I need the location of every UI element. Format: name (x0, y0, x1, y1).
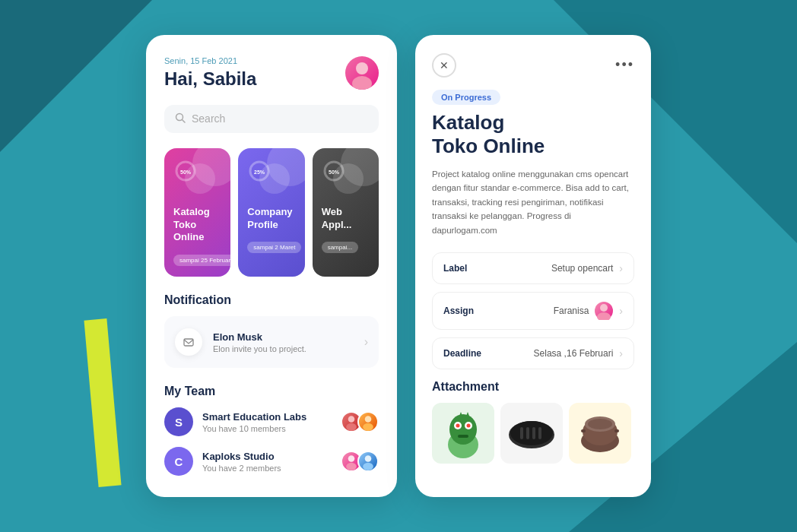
card-2-badge: sampai 2 Maret (247, 242, 301, 253)
team-2-name: Kaploks Studio (202, 451, 332, 462)
project-cards: 50% KatalogToko Online sampai 25 Februar… (164, 148, 379, 277)
svg-rect-31 (458, 435, 468, 438)
svg-point-29 (456, 423, 460, 427)
card-1-title: KatalogToko Online (173, 206, 221, 245)
deadline-row-value: Selasa ,16 Februari › (534, 347, 623, 359)
attachment-img-2[interactable] (500, 403, 563, 464)
svg-point-17 (365, 416, 372, 423)
svg-point-26 (449, 414, 477, 445)
search-icon (175, 112, 186, 125)
svg-rect-14 (184, 339, 193, 346)
project-card-1[interactable]: 50% KatalogToko Online sampai 25 Februar… (164, 148, 230, 277)
label-row[interactable]: Label Setup opencart › (432, 252, 634, 284)
more-options-button[interactable]: ••• (615, 57, 634, 73)
notification-card[interactable]: Elon Musk Elon invite you to project. › (164, 316, 379, 368)
svg-rect-39 (538, 427, 541, 439)
project-card-2[interactable]: 25% CompanyProfile sampai 2 Maret (238, 148, 304, 277)
label-row-value: Setup opencart › (551, 262, 623, 274)
svg-rect-43 (581, 429, 586, 432)
right-panel: ✕ ••• On Progress Katalog Toko Online Pr… (415, 35, 651, 498)
assign-avatar (595, 302, 613, 320)
svg-point-20 (346, 463, 357, 470)
greeting-row: Senin, 15 Feb 2021 Hai, Sabila (164, 56, 379, 90)
team-icon-c: C (164, 447, 193, 476)
right-panel-header: ✕ ••• (432, 53, 634, 78)
svg-line-4 (183, 119, 186, 122)
svg-point-18 (363, 423, 373, 431)
assign-row-arrow-icon: › (619, 305, 623, 317)
team-2-info: Kaploks Studio You have 2 members (202, 451, 332, 473)
team-1-members: You have 10 members (202, 424, 332, 433)
search-bar[interactable]: Search (164, 105, 379, 133)
notification-arrow-icon: › (364, 335, 368, 349)
attachment-img-1[interactable] (432, 403, 494, 464)
team-item-1[interactable]: S Smart Education Labs You have 10 membe… (164, 407, 379, 436)
svg-point-15 (348, 416, 355, 423)
svg-point-16 (346, 423, 357, 431)
notification-section-title: Notification (164, 293, 379, 307)
deadline-row-label: Deadline (443, 348, 481, 359)
attachment-title: Attachment (432, 380, 634, 394)
search-input[interactable]: Search (192, 112, 225, 125)
svg-point-21 (365, 456, 372, 463)
my-team-section-title: My Team (164, 385, 379, 398)
deadline-row-arrow-icon: › (619, 347, 623, 359)
svg-point-35 (510, 421, 553, 445)
svg-rect-44 (614, 429, 619, 432)
attachment-images (432, 403, 634, 464)
svg-point-24 (597, 312, 611, 320)
card-1-badge: sampai 25 Februari (173, 255, 230, 266)
card-3-title: WebAppl... (322, 206, 370, 232)
notification-name: Elon Musk (213, 331, 354, 343)
label-row-label: Label (443, 263, 467, 274)
notification-message: Elon invite you to project. (213, 344, 354, 353)
deadline-row[interactable]: Deadline Selasa ,16 Februari › (432, 337, 634, 369)
svg-rect-38 (532, 427, 535, 439)
avatar[interactable] (345, 56, 379, 90)
svg-rect-37 (526, 427, 529, 439)
team-avatar (357, 451, 379, 472)
team-icon-s: S (164, 407, 193, 436)
team-item-2[interactable]: C Kaploks Studio You have 2 members (164, 447, 379, 476)
project-title: Katalog Toko Online (432, 111, 634, 158)
svg-point-19 (348, 456, 355, 463)
svg-rect-36 (520, 427, 523, 439)
team-2-members: You have 2 members (202, 464, 332, 473)
card-2-title: CompanyProfile (247, 206, 295, 232)
svg-point-23 (600, 304, 608, 312)
status-badge: On Progress (432, 90, 500, 105)
team-avatar (357, 411, 379, 432)
svg-point-1 (356, 62, 368, 74)
svg-point-45 (588, 419, 612, 429)
attachment-img-3[interactable] (569, 403, 631, 464)
team-1-name: Smart Education Labs (202, 411, 332, 423)
notification-icon (175, 328, 202, 356)
assign-row-label: Assign (443, 306, 474, 316)
greeting-date: Senin, 15 Feb 2021 (164, 56, 256, 65)
project-description: Project katalog online menggunakan cms o… (432, 167, 634, 237)
notification-content: Elon Musk Elon invite you to project. (213, 331, 354, 353)
svg-point-30 (467, 423, 471, 427)
label-row-arrow-icon: › (619, 262, 623, 274)
assign-row[interactable]: Assign Faranisa › (432, 292, 634, 330)
assign-row-value: Faranisa › (554, 302, 623, 320)
team-1-avatars (341, 411, 379, 432)
team-1-info: Smart Education Labs You have 10 members (202, 411, 332, 433)
card-3-badge: sampai... (322, 242, 358, 253)
team-list: S Smart Education Labs You have 10 membe… (164, 407, 379, 476)
close-button[interactable]: ✕ (432, 53, 456, 78)
svg-point-22 (363, 463, 373, 470)
team-2-avatars (341, 451, 379, 472)
left-panel: Senin, 15 Feb 2021 Hai, Sabila Search (146, 35, 397, 498)
greeting-name: Hai, Sabila (164, 68, 256, 90)
project-card-3[interactable]: 50% WebAppl... sampai... (313, 148, 379, 277)
